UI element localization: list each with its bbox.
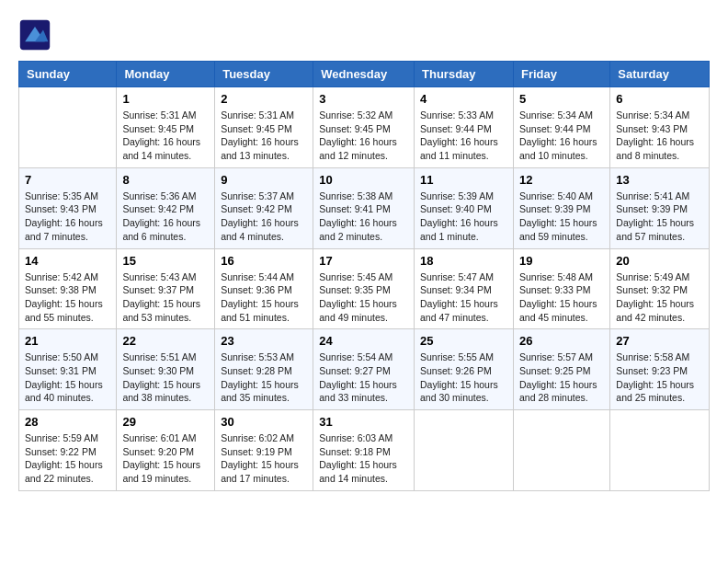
calendar-cell: 7Sunrise: 5:35 AM Sunset: 9:43 PM Daylig… xyxy=(19,167,117,248)
calendar-cell: 23Sunrise: 5:53 AM Sunset: 9:28 PM Dayli… xyxy=(215,329,313,410)
date-number: 8 xyxy=(122,173,209,187)
calendar-cell: 16Sunrise: 5:44 AM Sunset: 9:36 PM Dayli… xyxy=(215,248,313,329)
cell-info: Sunrise: 5:47 AM Sunset: 9:34 PM Dayligh… xyxy=(420,270,507,325)
date-number: 1 xyxy=(122,92,209,106)
date-number: 29 xyxy=(122,415,209,429)
calendar-cell: 6Sunrise: 5:34 AM Sunset: 9:43 PM Daylig… xyxy=(610,87,710,168)
date-number: 16 xyxy=(221,254,307,268)
day-header-wednesday: Wednesday xyxy=(313,62,415,87)
day-header-tuesday: Tuesday xyxy=(215,62,313,87)
cell-info: Sunrise: 5:41 AM Sunset: 9:39 PM Dayligh… xyxy=(616,190,703,244)
calendar-cell: 3Sunrise: 5:32 AM Sunset: 9:45 PM Daylig… xyxy=(313,87,415,168)
day-header-sunday: Sunday xyxy=(19,62,117,87)
date-number: 2 xyxy=(221,92,307,106)
date-number: 20 xyxy=(616,254,703,268)
date-number: 3 xyxy=(319,92,408,106)
cell-info: Sunrise: 5:49 AM Sunset: 9:32 PM Dayligh… xyxy=(616,270,703,325)
week-row-5: 28Sunrise: 5:59 AM Sunset: 9:22 PM Dayli… xyxy=(19,410,710,491)
calendar-cell: 20Sunrise: 5:49 AM Sunset: 9:32 PM Dayli… xyxy=(610,248,710,329)
calendar-cell: 12Sunrise: 5:40 AM Sunset: 9:39 PM Dayli… xyxy=(513,167,609,248)
date-number: 22 xyxy=(122,334,209,348)
cell-info: Sunrise: 5:59 AM Sunset: 9:22 PM Dayligh… xyxy=(25,431,110,486)
calendar-cell: 21Sunrise: 5:50 AM Sunset: 9:31 PM Dayli… xyxy=(19,329,117,410)
date-number: 5 xyxy=(519,92,604,106)
calendar-cell: 8Sunrise: 5:36 AM Sunset: 9:42 PM Daylig… xyxy=(117,167,215,248)
calendar-cell: 25Sunrise: 5:55 AM Sunset: 9:26 PM Dayli… xyxy=(415,329,514,410)
calendar-cell: 1Sunrise: 5:31 AM Sunset: 9:45 PM Daylig… xyxy=(117,87,215,168)
calendar-cell: 19Sunrise: 5:48 AM Sunset: 9:33 PM Dayli… xyxy=(513,248,609,329)
date-number: 4 xyxy=(420,92,507,106)
date-number: 31 xyxy=(319,415,408,429)
day-header-friday: Friday xyxy=(513,62,609,87)
date-number: 10 xyxy=(319,173,408,187)
week-row-3: 14Sunrise: 5:42 AM Sunset: 9:38 PM Dayli… xyxy=(19,248,710,329)
calendar-cell: 24Sunrise: 5:54 AM Sunset: 9:27 PM Dayli… xyxy=(313,329,415,410)
date-number: 26 xyxy=(519,334,604,348)
calendar-cell: 30Sunrise: 6:02 AM Sunset: 9:19 PM Dayli… xyxy=(215,410,313,491)
logo-icon xyxy=(18,18,51,52)
date-number: 13 xyxy=(616,173,703,187)
cell-info: Sunrise: 5:45 AM Sunset: 9:35 PM Dayligh… xyxy=(319,270,408,325)
calendar-cell xyxy=(19,87,117,168)
calendar-cell: 14Sunrise: 5:42 AM Sunset: 9:38 PM Dayli… xyxy=(19,248,117,329)
calendar-cell: 17Sunrise: 5:45 AM Sunset: 9:35 PM Dayli… xyxy=(313,248,415,329)
cell-info: Sunrise: 5:58 AM Sunset: 9:23 PM Dayligh… xyxy=(616,350,703,405)
date-number: 11 xyxy=(420,173,507,187)
calendar-cell: 18Sunrise: 5:47 AM Sunset: 9:34 PM Dayli… xyxy=(415,248,514,329)
calendar-cell: 9Sunrise: 5:37 AM Sunset: 9:42 PM Daylig… xyxy=(215,167,313,248)
cell-info: Sunrise: 5:57 AM Sunset: 9:25 PM Dayligh… xyxy=(519,350,604,405)
date-number: 18 xyxy=(420,254,507,268)
cell-info: Sunrise: 5:33 AM Sunset: 9:44 PM Dayligh… xyxy=(420,109,507,163)
cell-info: Sunrise: 5:39 AM Sunset: 9:40 PM Dayligh… xyxy=(420,190,507,244)
week-row-4: 21Sunrise: 5:50 AM Sunset: 9:31 PM Dayli… xyxy=(19,329,710,410)
calendar-table: SundayMondayTuesdayWednesdayThursdayFrid… xyxy=(18,61,710,491)
cell-info: Sunrise: 5:32 AM Sunset: 9:45 PM Dayligh… xyxy=(319,109,408,163)
date-number: 14 xyxy=(25,254,110,268)
calendar-cell: 28Sunrise: 5:59 AM Sunset: 9:22 PM Dayli… xyxy=(19,410,117,491)
calendar-cell: 22Sunrise: 5:51 AM Sunset: 9:30 PM Dayli… xyxy=(117,329,215,410)
page-header xyxy=(18,18,710,52)
cell-info: Sunrise: 5:31 AM Sunset: 9:45 PM Dayligh… xyxy=(122,109,209,163)
calendar-cell: 10Sunrise: 5:38 AM Sunset: 9:41 PM Dayli… xyxy=(313,167,415,248)
calendar-cell xyxy=(513,410,609,491)
date-number: 17 xyxy=(319,254,408,268)
calendar-cell xyxy=(415,410,514,491)
week-row-1: 1Sunrise: 5:31 AM Sunset: 9:45 PM Daylig… xyxy=(19,87,710,168)
date-number: 28 xyxy=(25,415,110,429)
date-number: 24 xyxy=(319,334,408,348)
cell-info: Sunrise: 5:55 AM Sunset: 9:26 PM Dayligh… xyxy=(420,350,507,405)
date-number: 27 xyxy=(616,334,703,348)
cell-info: Sunrise: 5:34 AM Sunset: 9:43 PM Dayligh… xyxy=(616,109,703,163)
cell-info: Sunrise: 5:53 AM Sunset: 9:28 PM Dayligh… xyxy=(221,350,307,405)
date-number: 7 xyxy=(25,173,110,187)
calendar-cell: 5Sunrise: 5:34 AM Sunset: 9:44 PM Daylig… xyxy=(513,87,609,168)
date-number: 12 xyxy=(519,173,604,187)
cell-info: Sunrise: 5:44 AM Sunset: 9:36 PM Dayligh… xyxy=(221,270,307,325)
cell-info: Sunrise: 5:51 AM Sunset: 9:30 PM Dayligh… xyxy=(122,350,209,405)
calendar-header-row: SundayMondayTuesdayWednesdayThursdayFrid… xyxy=(19,62,710,87)
cell-info: Sunrise: 6:01 AM Sunset: 9:20 PM Dayligh… xyxy=(122,431,209,486)
day-header-monday: Monday xyxy=(117,62,215,87)
cell-info: Sunrise: 5:36 AM Sunset: 9:42 PM Dayligh… xyxy=(122,190,209,244)
calendar-cell: 26Sunrise: 5:57 AM Sunset: 9:25 PM Dayli… xyxy=(513,329,609,410)
cell-info: Sunrise: 5:42 AM Sunset: 9:38 PM Dayligh… xyxy=(25,270,110,325)
date-number: 9 xyxy=(221,173,307,187)
calendar-cell: 4Sunrise: 5:33 AM Sunset: 9:44 PM Daylig… xyxy=(415,87,514,168)
cell-info: Sunrise: 5:35 AM Sunset: 9:43 PM Dayligh… xyxy=(25,190,110,244)
calendar-cell: 27Sunrise: 5:58 AM Sunset: 9:23 PM Dayli… xyxy=(610,329,710,410)
calendar-cell: 2Sunrise: 5:31 AM Sunset: 9:45 PM Daylig… xyxy=(215,87,313,168)
cell-info: Sunrise: 5:37 AM Sunset: 9:42 PM Dayligh… xyxy=(221,190,307,244)
date-number: 6 xyxy=(616,92,703,106)
date-number: 30 xyxy=(221,415,307,429)
logo xyxy=(18,18,57,52)
cell-info: Sunrise: 5:34 AM Sunset: 9:44 PM Dayligh… xyxy=(519,109,604,163)
date-number: 21 xyxy=(25,334,110,348)
calendar-body: 1Sunrise: 5:31 AM Sunset: 9:45 PM Daylig… xyxy=(19,87,710,491)
cell-info: Sunrise: 5:31 AM Sunset: 9:45 PM Dayligh… xyxy=(221,109,307,163)
date-number: 25 xyxy=(420,334,507,348)
cell-info: Sunrise: 5:54 AM Sunset: 9:27 PM Dayligh… xyxy=(319,350,408,405)
cell-info: Sunrise: 6:02 AM Sunset: 9:19 PM Dayligh… xyxy=(221,431,307,486)
calendar-cell: 31Sunrise: 6:03 AM Sunset: 9:18 PM Dayli… xyxy=(313,410,415,491)
calendar-cell: 29Sunrise: 6:01 AM Sunset: 9:20 PM Dayli… xyxy=(117,410,215,491)
calendar-cell: 11Sunrise: 5:39 AM Sunset: 9:40 PM Dayli… xyxy=(415,167,514,248)
